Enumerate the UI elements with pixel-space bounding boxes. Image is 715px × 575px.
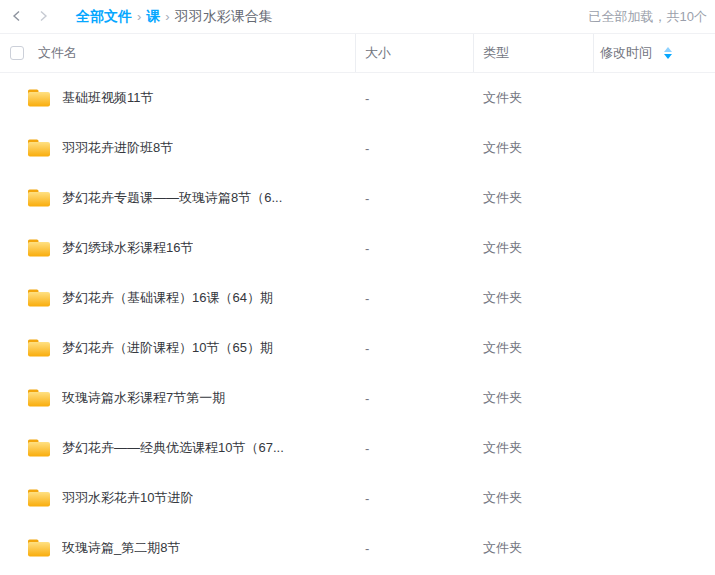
sort-ascending-icon [664, 47, 672, 52]
table-row[interactable]: 梦幻花卉——经典优选课程10节（67... - 文件夹 [0, 423, 715, 473]
file-type: 文件夹 [483, 489, 522, 507]
top-navigation-bar: 全部文件 › 课 › 羽羽水彩课合集 已全部加载，共10个 [0, 0, 715, 33]
column-divider [593, 34, 594, 72]
column-divider [355, 34, 356, 72]
file-size: - [365, 441, 369, 456]
file-size: - [365, 191, 369, 206]
select-all-checkbox[interactable] [10, 46, 24, 60]
file-type: 文件夹 [483, 389, 522, 407]
file-size: - [365, 291, 369, 306]
column-header-mtime[interactable]: 修改时间 [600, 44, 672, 62]
breadcrumb-item-all-files[interactable]: 全部文件 [76, 8, 132, 26]
file-size: - [365, 541, 369, 556]
back-button[interactable] [4, 4, 30, 30]
table-row[interactable]: 梦幻花卉（进阶课程）10节（65）期 - 文件夹 [0, 323, 715, 373]
folder-icon [27, 138, 51, 158]
folder-icon [27, 438, 51, 458]
file-size: - [365, 91, 369, 106]
sort-arrows-icon[interactable] [664, 47, 672, 59]
file-name[interactable]: 羽羽花卉进阶班8节 [62, 139, 173, 157]
sort-descending-icon [664, 54, 672, 59]
file-type: 文件夹 [483, 139, 522, 157]
column-divider [473, 34, 474, 72]
file-size: - [365, 241, 369, 256]
file-name[interactable]: 玫瑰诗篇水彩课程7节第一期 [62, 389, 225, 407]
file-manager-window: 全部文件 › 课 › 羽羽水彩课合集 已全部加载，共10个 文件名 大小 类型 … [0, 0, 715, 575]
file-type: 文件夹 [483, 539, 522, 557]
table-row[interactable]: 基础班视频11节 - 文件夹 [0, 73, 715, 123]
folder-icon [27, 188, 51, 208]
file-type: 文件夹 [483, 89, 522, 107]
file-name[interactable]: 羽羽水彩花卉10节进阶 [62, 489, 193, 507]
file-name[interactable]: 梦幻花卉（进阶课程）10节（65）期 [62, 339, 273, 357]
table-row[interactable]: 玫瑰诗篇水彩课程7节第一期 - 文件夹 [0, 373, 715, 423]
file-name[interactable]: 梦幻花卉专题课——玫瑰诗篇8节（6... [62, 189, 282, 207]
table-row[interactable]: 梦幻花卉专题课——玫瑰诗篇8节（6... - 文件夹 [0, 173, 715, 223]
breadcrumb-item-folder[interactable]: 课 [146, 8, 160, 26]
folder-icon [27, 538, 51, 558]
load-status-text: 已全部加载，共10个 [589, 8, 707, 26]
folder-icon [27, 288, 51, 308]
table-row[interactable]: 梦幻绣球水彩课程16节 - 文件夹 [0, 223, 715, 273]
table-row[interactable]: 梦幻花卉（基础课程）16课（64）期 - 文件夹 [0, 273, 715, 323]
file-type: 文件夹 [483, 439, 522, 457]
file-size: - [365, 391, 369, 406]
chevron-left-icon [11, 8, 23, 26]
folder-icon [27, 488, 51, 508]
breadcrumb: 全部文件 › 课 › 羽羽水彩课合集 [76, 8, 273, 26]
file-name[interactable]: 梦幻花卉——经典优选课程10节（67... [62, 439, 284, 457]
file-size: - [365, 341, 369, 356]
chevron-right-icon [37, 8, 49, 26]
file-type: 文件夹 [483, 189, 522, 207]
file-name[interactable]: 基础班视频11节 [62, 89, 154, 107]
folder-icon [27, 338, 51, 358]
column-header-mtime-label: 修改时间 [600, 44, 652, 62]
table-row[interactable]: 羽羽花卉进阶班8节 - 文件夹 [0, 123, 715, 173]
file-name[interactable]: 梦幻绣球水彩课程16节 [62, 239, 193, 257]
breadcrumb-separator: › [165, 9, 169, 24]
file-type: 文件夹 [483, 289, 522, 307]
table-row[interactable]: 羽羽水彩花卉10节进阶 - 文件夹 [0, 473, 715, 523]
breadcrumb-separator: › [137, 9, 141, 24]
column-header-filename: 文件名 [38, 44, 77, 62]
breadcrumb-current: 羽羽水彩课合集 [175, 8, 273, 26]
file-type: 文件夹 [483, 339, 522, 357]
forward-button[interactable] [30, 4, 56, 30]
column-header-type: 类型 [483, 44, 509, 62]
file-name[interactable]: 玫瑰诗篇_第二期8节 [62, 539, 180, 557]
file-size: - [365, 491, 369, 506]
file-size: - [365, 141, 369, 156]
folder-icon [27, 88, 51, 108]
table-row[interactable]: 玫瑰诗篇_第二期8节 - 文件夹 [0, 523, 715, 573]
column-header-size: 大小 [365, 44, 391, 62]
file-rows: 基础班视频11节 - 文件夹 羽羽花卉进阶班8节 - 文件夹 [0, 73, 715, 573]
table-header: 文件名 大小 类型 修改时间 [0, 33, 715, 73]
folder-icon [27, 238, 51, 258]
folder-icon [27, 388, 51, 408]
file-name[interactable]: 梦幻花卉（基础课程）16课（64）期 [62, 289, 273, 307]
file-type: 文件夹 [483, 239, 522, 257]
